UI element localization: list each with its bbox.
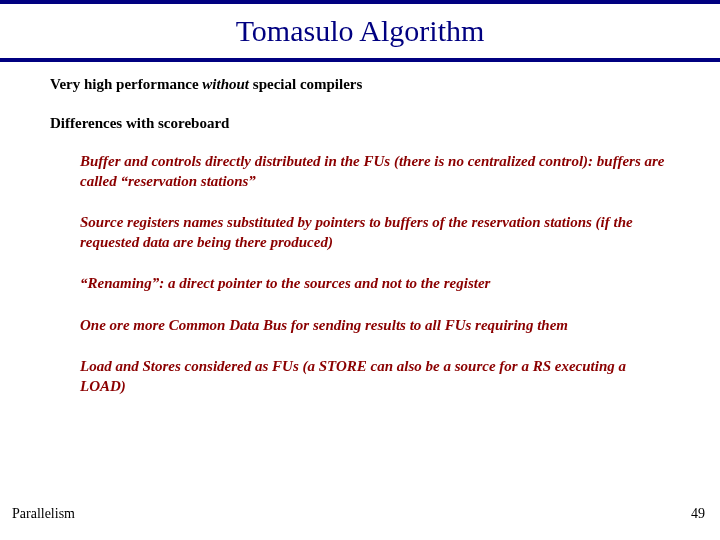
bullet-item: Source registers names substituted by po… — [80, 213, 670, 252]
bullet-item: Buffer and controls directly distributed… — [80, 152, 670, 191]
intro-line: Very high performance without special co… — [50, 76, 670, 93]
footer-left: Parallelism — [12, 506, 75, 522]
slide-title: Tomasulo Algorithm — [236, 14, 485, 48]
intro-suffix: special compilers — [249, 76, 362, 92]
title-bar: Tomasulo Algorithm — [0, 0, 720, 62]
bullet-item: “Renaming”: a direct pointer to the sour… — [80, 274, 670, 294]
bullet-item: One ore more Common Data Bus for sending… — [80, 316, 670, 336]
bullet-item: Load and Stores considered as FUs (a STO… — [80, 357, 670, 396]
page-number: 49 — [691, 506, 705, 522]
content-area: Very high performance without special co… — [0, 62, 720, 396]
intro-prefix: Very high performance — [50, 76, 202, 92]
intro-emphasis: without — [202, 76, 249, 92]
subheading: Differences with scoreboard — [50, 115, 670, 132]
bullet-list: Buffer and controls directly distributed… — [50, 152, 670, 396]
